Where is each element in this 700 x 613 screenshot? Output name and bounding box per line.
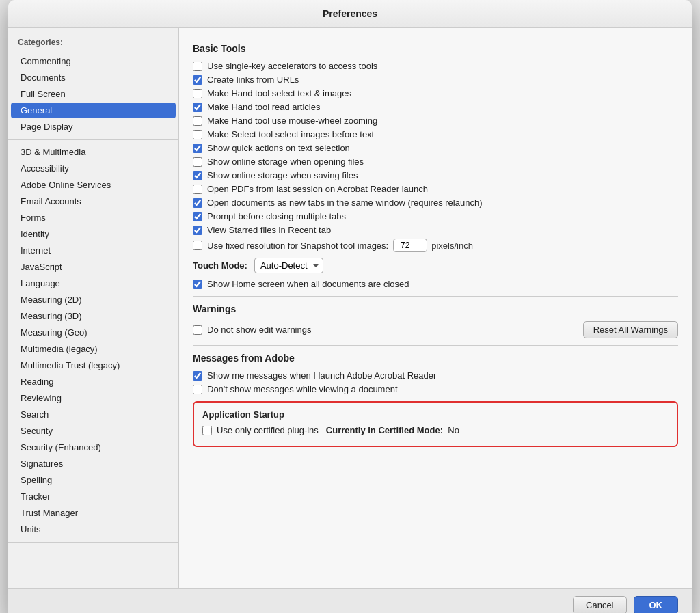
option-checkbox-6[interactable] [193,130,202,139]
sidebar-item-measuringgeo[interactable]: Measuring (Geo) [11,325,176,340]
option-label-5: Make Hand tool use mouse-wheel zooming [207,115,377,126]
sidebar-item-measuring3d[interactable]: Measuring (3D) [11,308,176,324]
option-checkbox-13[interactable] [193,226,202,235]
touch-mode-row: Touch Mode: Auto-Detect Always On Always… [193,258,678,273]
option-checkbox-5[interactable] [193,116,202,126]
option-row-10: Open PDFs from last session on Acrobat R… [193,184,678,194]
warnings-row: Do not show edit warnings Reset All Warn… [193,321,678,338]
option-row-8: Show online storage when opening files [193,156,678,167]
app-startup-box: Application Startup Use only certified p… [193,401,678,447]
option-row-16: Do not show edit warnings [193,325,311,335]
resolution-unit: pixels/inch [431,241,473,251]
option-row-6: Make Select tool select images before te… [193,129,678,139]
sidebar-item-securityenhanced[interactable]: Security (Enhanced) [11,439,176,455]
option-row-13: View Starred files in Recent tab [193,225,678,235]
option-checkbox-3[interactable] [193,89,202,98]
option-label-3: Make Hand tool select text & images [207,88,351,98]
sidebar-item-fullscreen[interactable]: Full Screen [11,86,176,102]
option-checkbox-12[interactable] [193,212,202,221]
touch-mode-select[interactable]: Auto-Detect Always On Always Off [254,258,323,273]
certified-status-value: No [448,425,459,435]
option-row-1: Use single-key accelerators to access to… [193,61,678,71]
sidebar-item-measuring2d[interactable]: Measuring (2D) [11,292,176,308]
dialog-body: Categories: Commenting Documents Full Sc… [8,28,692,588]
option-checkbox-10[interactable] [193,185,202,194]
sidebar-item-identity[interactable]: Identity [11,226,176,242]
certified-status-text: Currently in Certified Mode: No [326,425,459,435]
sidebar-header: Categories: [8,35,178,53]
fixed-resolution-checkbox[interactable] [193,241,202,250]
sidebar-item-commenting[interactable]: Commenting [11,53,176,69]
option-checkbox-4[interactable] [193,103,202,112]
option-row-18: Don't show messages while viewing a docu… [193,384,678,394]
messages-header: Messages from Adobe [193,353,678,364]
fixed-resolution-row: Use fixed resolution for Snapshot tool i… [193,239,678,252]
option-checkbox-7[interactable] [193,144,202,153]
certified-plugins-label: Use only certified plug-ins [217,425,319,435]
sidebar-group-1: Commenting Documents Full Screen General… [8,53,178,140]
sidebar-item-multimedia[interactable]: Multimedia (legacy) [11,341,176,357]
option-label-15: Show Home screen when all documents are … [207,279,409,289]
sidebar-item-trustmanager[interactable]: Trust Manager [11,505,176,521]
option-label-7: Show quick actions on text selection [207,143,350,153]
sidebar-item-forms[interactable]: Forms [11,210,176,226]
sidebar-item-units[interactable]: Units [11,521,176,537]
dialog-footer: Cancel OK [8,588,692,613]
reset-warnings-button[interactable]: Reset All Warnings [583,321,678,338]
option-label-11: Open documents as new tabs in the same w… [207,197,483,208]
option-checkbox-16[interactable] [193,325,202,335]
divider-1 [193,296,678,297]
option-row-11: Open documents as new tabs in the same w… [193,197,678,208]
sidebar-item-tracker[interactable]: Tracker [11,489,176,504]
option-row-4: Make Hand tool read articles [193,102,678,112]
sidebar-item-security[interactable]: Security [11,423,176,439]
sidebar-item-multimediatrust[interactable]: Multimedia Trust (legacy) [11,357,176,373]
certified-status-label: Currently in Certified Mode: [326,425,443,435]
main-content: Basic Tools Use single-key accelerators … [179,28,692,588]
sidebar-item-accessibility[interactable]: Accessibility [11,161,176,176]
option-checkbox-8[interactable] [193,157,202,167]
option-label-17: Show me messages when I launch Adobe Acr… [207,370,436,381]
sidebar-item-emailaccounts[interactable]: Email Accounts [11,193,176,209]
sidebar: Categories: Commenting Documents Full Sc… [8,28,179,588]
option-row-5: Make Hand tool use mouse-wheel zooming [193,115,678,126]
touch-mode-label: Touch Mode: [193,260,247,271]
sidebar-group-2: 3D & Multimedia Accessibility Adobe Onli… [8,144,178,543]
option-label-8: Show online storage when opening files [207,156,364,167]
certified-plugins-checkbox[interactable] [202,426,212,435]
sidebar-item-internet[interactable]: Internet [11,243,176,258]
option-checkbox-9[interactable] [193,171,202,180]
option-row-9: Show online storage when saving files [193,170,678,180]
preferences-dialog: Preferences Categories: Commenting Docum… [8,0,692,613]
fixed-resolution-label: Use fixed resolution for Snapshot tool i… [207,241,388,251]
option-label-16: Do not show edit warnings [207,325,311,335]
sidebar-item-search[interactable]: Search [11,407,176,422]
option-label-9: Show online storage when saving files [207,170,358,180]
option-checkbox-11[interactable] [193,198,202,208]
sidebar-item-pagedisplay[interactable]: Page Display [11,119,176,135]
sidebar-item-general[interactable]: General [11,103,176,118]
option-checkbox-1[interactable] [193,62,202,71]
sidebar-item-reading[interactable]: Reading [11,374,176,390]
option-row-3: Make Hand tool select text & images [193,88,678,98]
sidebar-item-language[interactable]: Language [11,275,176,291]
option-row-12: Prompt before closing multiple tabs [193,211,678,221]
option-checkbox-18[interactable] [193,385,202,394]
certified-plugins-row: Use only certified plug-ins Currently in… [202,425,669,435]
sidebar-item-javascript[interactable]: JavaScript [11,259,176,275]
cancel-button[interactable]: Cancel [573,596,626,613]
sidebar-item-3d[interactable]: 3D & Multimedia [11,144,176,160]
sidebar-item-reviewing[interactable]: Reviewing [11,390,176,406]
option-row-15: Show Home screen when all documents are … [193,279,678,289]
option-label-12: Prompt before closing multiple tabs [207,211,346,221]
sidebar-item-signatures[interactable]: Signatures [11,456,176,472]
ok-button[interactable]: OK [634,596,679,613]
sidebar-item-documents[interactable]: Documents [11,70,176,85]
option-checkbox-15[interactable] [193,280,202,289]
sidebar-item-spelling[interactable]: Spelling [11,472,176,488]
option-label-10: Open PDFs from last session on Acrobat R… [207,184,428,194]
option-checkbox-2[interactable] [193,75,202,85]
sidebar-item-adobeonline[interactable]: Adobe Online Services [11,177,176,193]
resolution-number-input[interactable] [393,239,427,252]
option-checkbox-17[interactable] [193,371,202,381]
